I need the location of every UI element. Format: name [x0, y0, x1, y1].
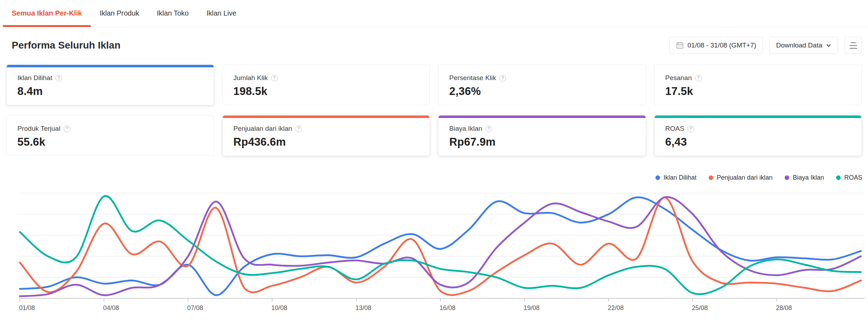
metric-value: 8.4m [17, 85, 203, 98]
download-data-label: Download Data [776, 41, 822, 49]
legend-item-penjualan-dari-iklan[interactable]: Penjualan dari iklan [709, 174, 773, 181]
metric-accent-bar [223, 65, 430, 67]
metric-value: Rp67.9m [449, 136, 635, 148]
legend-dot [836, 175, 841, 180]
metric-accent-bar [7, 116, 214, 118]
legend-dot [655, 175, 660, 180]
metric-label-row: Produk Terjual? [17, 125, 203, 133]
calendar-icon [676, 41, 684, 49]
x-axis-label: 16/08 [439, 304, 455, 311]
metric-label-row: Persentase Klik? [449, 74, 635, 82]
legend-item-iklan-dilihat[interactable]: Iklan Dilihat [655, 174, 697, 181]
metric-label-row: Jumlah Klik? [234, 74, 419, 82]
tab-iklan-live[interactable]: Iklan Live [198, 0, 246, 27]
tab-iklan-produk[interactable]: Iklan Produk [91, 0, 148, 27]
x-axis-label: 13/08 [355, 304, 371, 311]
x-axis-label: 19/08 [523, 304, 539, 311]
tab-semua-iklan-per-klik[interactable]: Semua Iklan Per-Klik [3, 0, 91, 27]
metric-accent-bar [439, 116, 645, 118]
header-controls: 01/08 - 31/08 (GMT+7) Download Data [669, 37, 862, 54]
metric-card-roas[interactable]: ROAS?6,43 [654, 115, 862, 156]
x-axis-label: 22/08 [608, 304, 623, 311]
legend-dot [785, 175, 789, 180]
metric-label-row: Iklan Dilihat? [17, 74, 203, 82]
metric-card-produk-terjual[interactable]: Produk Terjual?55.6k [6, 115, 214, 156]
chart-legend: Iklan DilihatPenjualan dari iklanBiaya I… [0, 173, 868, 182]
x-axis-label: 28/08 [776, 304, 792, 311]
chart-canvas[interactable]: 01/0804/0807/0810/0813/0816/0819/0822/08… [0, 188, 868, 312]
metric-cards: Iklan Dilihat?8.4mJumlah Klik?198.5kPers… [6, 64, 862, 156]
metrics-list-button[interactable] [845, 37, 862, 54]
x-axis-label: 25/08 [692, 304, 708, 311]
metric-accent-bar [655, 65, 862, 67]
metric-value: Rp436.6m [234, 136, 419, 148]
metric-label: Produk Terjual [17, 125, 60, 133]
help-icon[interactable]: ? [64, 125, 70, 132]
metric-card-penjualan-dari-iklan[interactable]: Penjualan dari iklan?Rp436.6m [223, 115, 430, 156]
list-menu-icon [850, 42, 857, 49]
legend-label: Biaya Iklan [793, 174, 824, 181]
legend-label: Penjualan dari iklan [717, 174, 773, 181]
help-icon[interactable]: ? [499, 75, 506, 82]
date-range-label: 01/08 - 31/08 (GMT+7) [687, 41, 756, 49]
help-icon[interactable]: ? [295, 125, 302, 132]
chevron-down-icon [826, 43, 831, 48]
date-range-picker[interactable]: 01/08 - 31/08 (GMT+7) [669, 37, 763, 54]
legend-label: Iklan Dilihat [664, 174, 697, 181]
metric-card-pesanan[interactable]: Pesanan?17.5k [654, 64, 862, 105]
metric-label-row: Pesanan? [665, 74, 851, 82]
help-icon[interactable]: ? [687, 125, 694, 132]
series-line-roas[interactable] [20, 196, 861, 294]
metric-value: 2,36% [449, 85, 635, 98]
metric-label: Persentase Klik [449, 74, 496, 82]
metric-card-biaya-iklan[interactable]: Biaya Iklan?Rp67.9m [438, 115, 646, 156]
help-icon[interactable]: ? [271, 75, 278, 82]
metric-label-row: Biaya Iklan? [449, 125, 635, 133]
metric-accent-bar [223, 116, 430, 118]
metric-label: Jumlah Klik [234, 74, 268, 82]
metric-label: Penjualan dari iklan [234, 125, 292, 133]
metric-value: 55.6k [17, 136, 203, 148]
metric-label-row: Penjualan dari iklan? [234, 125, 419, 133]
x-axis-label: 07/08 [187, 304, 203, 311]
page-header: Performa Seluruh Iklan 01/08 - 3 [0, 27, 868, 62]
metric-card-iklan-dilihat[interactable]: Iklan Dilihat?8.4m [6, 64, 214, 105]
tab-iklan-toko[interactable]: Iklan Toko [148, 0, 198, 27]
metric-label: Pesanan [665, 74, 692, 82]
x-axis-label: 01/08 [19, 304, 35, 311]
series-line-iklan-dilihat[interactable] [20, 197, 861, 295]
download-data-button[interactable]: Download Data [769, 37, 838, 54]
metric-value: 6,43 [665, 136, 851, 148]
help-icon[interactable]: ? [695, 75, 702, 82]
metric-label: ROAS [665, 125, 685, 133]
x-axis-label: 04/08 [103, 304, 119, 311]
metric-accent-bar [655, 116, 862, 118]
x-axis-label: 10/08 [271, 304, 287, 311]
help-icon[interactable]: ? [55, 75, 62, 82]
help-icon[interactable]: ? [485, 125, 492, 132]
metric-value: 17.5k [665, 85, 851, 98]
metric-card-persentase-klik[interactable]: Persentase Klik?2,36% [438, 64, 646, 105]
metric-label: Biaya Iklan [449, 125, 482, 133]
metric-accent-bar [439, 65, 645, 67]
legend-item-roas[interactable]: ROAS [836, 174, 862, 181]
page-title: Performa Seluruh Iklan [12, 40, 121, 51]
performance-line-chart[interactable]: 01/0804/0807/0810/0813/0816/0819/0822/08… [0, 188, 868, 312]
metric-accent-bar [7, 65, 214, 67]
metric-value: 198.5k [234, 85, 419, 98]
metric-label: Iklan Dilihat [17, 74, 52, 82]
metric-card-jumlah-klik[interactable]: Jumlah Klik?198.5k [223, 64, 430, 105]
legend-dot [709, 175, 713, 180]
ads-performance-page: Semua Iklan Per-KlikIklan ProdukIklan To… [0, 0, 868, 326]
metric-label-row: ROAS? [665, 125, 851, 133]
tab-bar: Semua Iklan Per-KlikIklan ProdukIklan To… [0, 0, 868, 27]
series-line-biaya-iklan[interactable] [20, 197, 861, 296]
legend-item-biaya-iklan[interactable]: Biaya Iklan [785, 174, 824, 181]
series-line-penjualan-dari-iklan[interactable] [20, 197, 861, 295]
legend-label: ROAS [844, 174, 862, 181]
